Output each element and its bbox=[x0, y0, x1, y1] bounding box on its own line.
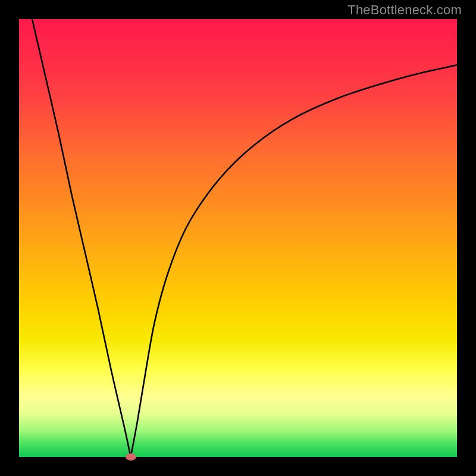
optimum-marker bbox=[126, 453, 136, 461]
chart-frame: TheBottleneck.com bbox=[0, 0, 476, 476]
watermark-text: TheBottleneck.com bbox=[347, 2, 462, 18]
bottleneck-curve bbox=[19, 19, 457, 457]
curve-path bbox=[32, 19, 457, 457]
